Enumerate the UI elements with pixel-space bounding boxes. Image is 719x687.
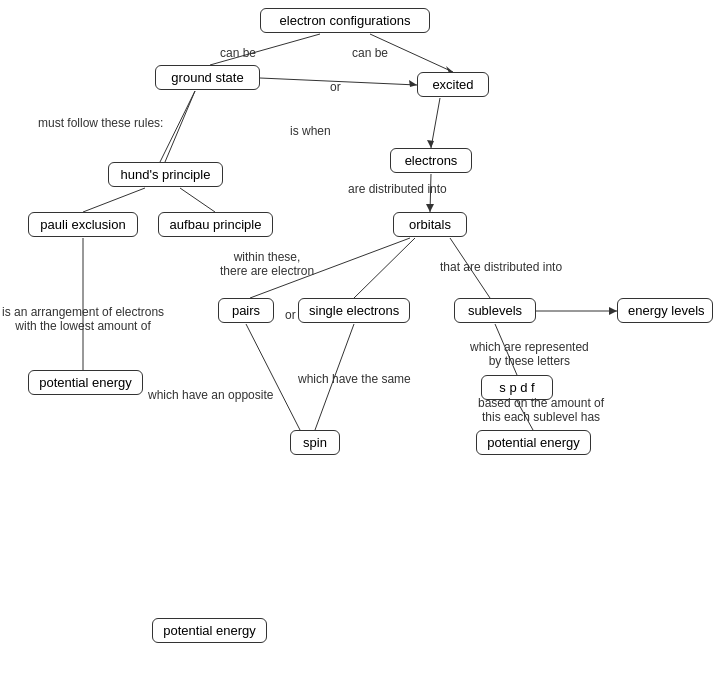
node-single-electrons: single electrons [298, 298, 410, 323]
label-is-an-arrangement: is an arrangement of electrons with the … [2, 305, 164, 333]
svg-line-8 [180, 188, 215, 212]
node-ground-state: ground state [155, 65, 260, 90]
label-which-same: which have the same [298, 372, 411, 386]
svg-line-6 [165, 91, 195, 162]
arrows-svg [0, 0, 719, 687]
label-based-on: based on the amount of this each subleve… [478, 396, 604, 424]
node-orbitals: orbitals [393, 212, 467, 237]
svg-marker-17 [609, 307, 617, 315]
label-that-are-distributed: that are distributed into [440, 260, 562, 274]
node-electrons: electrons [390, 148, 472, 173]
node-sublevels: sublevels [454, 298, 536, 323]
node-hunds-principle: hund's principle [108, 162, 223, 187]
node-potential-energy-2: potential energy [476, 430, 591, 455]
svg-marker-10 [427, 140, 434, 148]
svg-line-14 [354, 238, 415, 298]
label-which-opposite: which have an opposite [148, 388, 273, 402]
svg-line-7 [83, 188, 145, 212]
node-aufbau-principle: aufbau principle [158, 212, 273, 237]
svg-line-5 [160, 91, 195, 162]
svg-marker-12 [426, 204, 434, 212]
label-within-these: within these, there are electron [220, 250, 314, 278]
node-energy-levels: energy levels [617, 298, 713, 323]
label-is-when: is when [290, 124, 331, 138]
label-can-be-2: can be [352, 46, 388, 60]
node-excited: excited [417, 72, 489, 97]
node-pauli-exclusion: pauli exclusion [28, 212, 138, 237]
svg-line-9 [431, 98, 440, 148]
label-or-2: or [285, 308, 296, 322]
node-potential-energy-1: potential energy [28, 370, 143, 395]
label-can-be-1: can be [220, 46, 256, 60]
node-spin: spin [290, 430, 340, 455]
label-are-distributed-into: are distributed into [348, 182, 447, 196]
node-potential-energy-3: potential energy [152, 618, 267, 643]
node-electron-configurations: electron configurations [260, 8, 430, 33]
concept-map: electron configurations ground state exc… [0, 0, 719, 687]
label-or-1: or [330, 80, 341, 94]
svg-marker-4 [409, 80, 417, 87]
label-must-follow: must follow these rules: [38, 116, 163, 130]
node-pairs: pairs [218, 298, 274, 323]
label-which-represented: which are represented by these letters [470, 340, 589, 368]
svg-line-20 [246, 324, 300, 430]
